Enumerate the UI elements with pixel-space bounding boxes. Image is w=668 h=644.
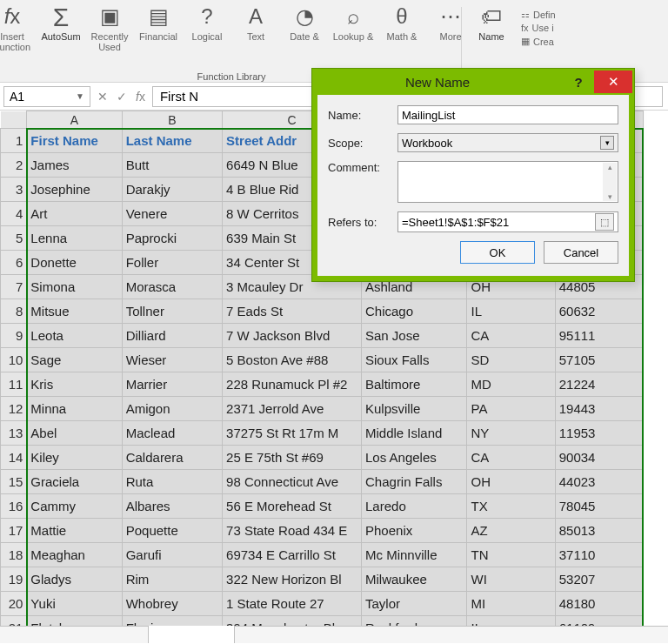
name-box[interactable]: A1 ▼ [3, 86, 90, 107]
cell[interactable]: Art [27, 202, 122, 226]
cell[interactable]: Meaghan [27, 543, 122, 567]
logical-button[interactable]: ? Logical [185, 3, 229, 42]
cell[interactable]: 85013 [555, 519, 643, 543]
cell[interactable]: PA [467, 397, 555, 421]
cell[interactable]: Lenna [27, 226, 122, 251]
cell[interactable]: Graciela [27, 470, 122, 494]
cell[interactable]: Chagrin Falls [362, 470, 467, 494]
row-header[interactable]: 19 [1, 567, 27, 592]
insert-function-button[interactable]: fx Insert Function [0, 3, 34, 52]
cancel-entry-icon[interactable]: ✕ [97, 90, 108, 104]
cell[interactable]: 98 Connecticut Ave [223, 470, 362, 494]
cell[interactable]: Dilliard [122, 324, 222, 348]
cell[interactable]: 44023 [555, 470, 643, 494]
row-header[interactable]: 1 [1, 129, 27, 153]
cell[interactable]: 1 State Route 27 [223, 592, 362, 616]
create-from-selection-link[interactable]: ▦Crea [521, 36, 556, 47]
cell[interactable]: TN [467, 543, 555, 567]
row-header[interactable]: 13 [1, 421, 27, 446]
autosum-button[interactable]: Σ AutoSum [39, 3, 83, 42]
cell[interactable]: Mc Minnville [362, 543, 467, 567]
cell[interactable]: 60632 [555, 299, 643, 324]
comment-textarea[interactable]: ▴▾ [397, 161, 618, 203]
cell[interactable]: 48180 [555, 592, 643, 616]
cell[interactable]: Maclead [122, 421, 222, 446]
lookup-button[interactable]: ⌕ Lookup & [331, 3, 375, 42]
name-input[interactable] [397, 105, 618, 124]
cell[interactable]: Baltimore [362, 372, 467, 397]
cell[interactable]: Darakjy [122, 178, 222, 202]
cell[interactable]: 73 State Road 434 E [223, 519, 362, 543]
use-in-formula-link[interactable]: fxUse i [521, 23, 556, 33]
ok-button[interactable]: OK [460, 241, 535, 264]
sheet-tab[interactable] [148, 626, 235, 643]
cell[interactable]: Albares [122, 494, 222, 519]
cell[interactable]: Abel [27, 421, 122, 446]
cell[interactable]: Yuki [27, 592, 122, 616]
cell[interactable]: 37275 St Rt 17m M [223, 421, 362, 446]
cell[interactable]: Garufi [122, 543, 222, 567]
row-header[interactable]: 20 [1, 592, 27, 616]
cell[interactable]: Whobrey [122, 592, 222, 616]
cell[interactable]: Milwaukee [362, 567, 467, 592]
cell[interactable]: Butt [122, 153, 222, 178]
scrollbar[interactable]: ▴▾ [603, 163, 617, 201]
cell[interactable]: Venere [122, 202, 222, 226]
name-manager-button[interactable]: 🏷 Name [467, 3, 516, 42]
financial-button[interactable]: ▤ Financial [137, 3, 180, 42]
cell[interactable]: Leota [27, 324, 122, 348]
cell[interactable]: Josephine [27, 178, 122, 202]
cell[interactable]: SD [467, 348, 555, 372]
row-header[interactable]: 11 [1, 372, 27, 397]
cell[interactable]: 95111 [555, 324, 643, 348]
cell[interactable]: San Jose [362, 324, 467, 348]
cell[interactable]: Sioux Falls [362, 348, 467, 372]
date-time-button[interactable]: ◔ Date & [283, 3, 326, 42]
cell[interactable]: IL [467, 299, 555, 324]
row-header[interactable]: 17 [1, 519, 27, 543]
scope-select[interactable]: Workbook ▾ [397, 133, 618, 152]
cell[interactable]: 53207 [555, 567, 643, 592]
row-header[interactable]: 4 [1, 202, 27, 226]
cell[interactable]: Wieser [122, 348, 222, 372]
cell[interactable]: Kris [27, 372, 122, 397]
cell[interactable]: Simona [27, 275, 122, 299]
cell[interactable]: Marrier [122, 372, 222, 397]
cell[interactable]: CA [467, 446, 555, 470]
cell[interactable]: 11953 [555, 421, 643, 446]
cell[interactable]: 37110 [555, 543, 643, 567]
cell[interactable]: OH [467, 470, 555, 494]
cell[interactable]: 21224 [555, 372, 643, 397]
cell[interactable]: Phoenix [362, 519, 467, 543]
cell[interactable]: Kulpsville [362, 397, 467, 421]
column-header[interactable]: A [27, 111, 122, 129]
cell[interactable]: Taylor [362, 592, 467, 616]
cell[interactable]: 7 W Jackson Blvd [223, 324, 362, 348]
cell[interactable]: Amigon [122, 397, 222, 421]
cell[interactable]: 69734 E Carrillo St [223, 543, 362, 567]
cell[interactable]: NY [467, 421, 555, 446]
cell[interactable]: Tollner [122, 299, 222, 324]
cell[interactable]: Kiley [27, 446, 122, 470]
cell[interactable]: 322 New Horizon Bl [223, 567, 362, 592]
cell[interactable]: Middle Island [362, 421, 467, 446]
cell[interactable]: 78045 [555, 494, 643, 519]
cell[interactable]: 25 E 75th St #69 [223, 446, 362, 470]
cell[interactable]: 228 Runamuck Pl #2 [223, 372, 362, 397]
chevron-down-icon[interactable]: ▼ [76, 91, 84, 101]
cell[interactable]: Sage [27, 348, 122, 372]
cell[interactable]: Chicago [362, 299, 467, 324]
row-header[interactable]: 18 [1, 543, 27, 567]
cell[interactable]: MI [467, 592, 555, 616]
cell[interactable]: First Name [27, 129, 122, 153]
dialog-titlebar[interactable]: New Name ? ✕ [312, 69, 634, 95]
row-header[interactable]: 15 [1, 470, 27, 494]
row-header[interactable]: 7 [1, 275, 27, 299]
chevron-down-icon[interactable]: ▾ [600, 136, 614, 150]
cell[interactable]: 19443 [555, 397, 643, 421]
cell[interactable]: 57105 [555, 348, 643, 372]
cell[interactable]: 90034 [555, 446, 643, 470]
row-header[interactable]: 3 [1, 178, 27, 202]
cell[interactable]: Morasca [122, 275, 222, 299]
cell[interactable]: 2371 Jerrold Ave [223, 397, 362, 421]
